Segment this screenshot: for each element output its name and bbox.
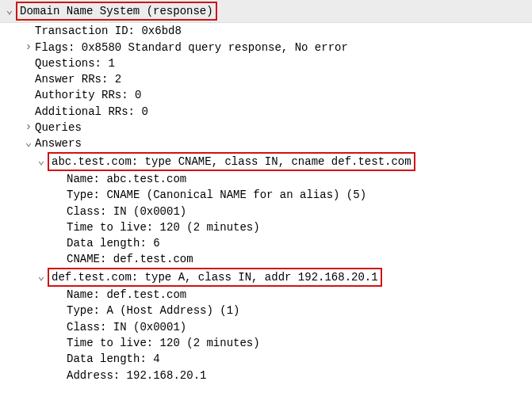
section-answers[interactable]: Answers [3,135,529,151]
packet-tree: Transaction ID: 0x6bd8 Flags: 0x8580 Sta… [0,23,532,383]
text-answer1-summary: abc.test.com: type CNAME, class IN, cnam… [48,152,415,171]
chevron-down-icon[interactable] [35,154,48,170]
text-answer1-class: Class: IN (0x0001) [67,204,186,219]
answer-1-type[interactable]: Type: CNAME (Canonical NAME for an alias… [3,187,529,203]
text-answer2-ttl: Time to live: 120 (2 minutes) [67,335,260,351]
chevron-down-icon[interactable] [35,269,48,285]
text-answer1-datalen: Data length: 6 [67,235,160,251]
text-authority-rrs: Authority RRs: 0 [35,87,141,103]
text-answer1-type: Type: CNAME (Canonical NAME for an alias… [67,187,366,203]
field-additional-rrs[interactable]: Additional RRs: 0 [3,104,529,120]
answer-2-summary[interactable]: def.test.com: type A, class IN, addr 192… [3,268,529,287]
text-answer2-datalen: Data length: 4 [67,351,160,367]
text-answer2-summary: def.test.com: type A, class IN, addr 192… [48,268,382,287]
protocol-title: Domain Name System (response) [16,2,217,21]
text-answer1-name: Name: abc.test.com [67,171,186,187]
text-answer2-address: Address: 192.168.20.1 [67,368,206,383]
answer-1-datalen[interactable]: Data length: 6 [3,235,529,251]
text-answer1-cname: CNAME: def.test.com [67,251,193,267]
answer-1-cname[interactable]: CNAME: def.test.com [3,251,529,267]
answer-1-summary[interactable]: abc.test.com: type CNAME, class IN, cnam… [3,152,529,171]
answer-1-name[interactable]: Name: abc.test.com [3,171,529,187]
answer-2-class[interactable]: Class: IN (0x0001) [3,319,529,335]
text-questions: Questions: 1 [35,55,115,71]
dns-response-header[interactable]: Domain Name System (response) [3,2,529,21]
field-transaction-id[interactable]: Transaction ID: 0x6bd8 [3,23,529,39]
text-answer2-name: Name: def.test.com [67,287,186,303]
text-answer2-class: Class: IN (0x0001) [67,319,186,335]
chevron-right-icon[interactable] [22,40,35,55]
answer-2-ttl[interactable]: Time to live: 120 (2 minutes) [3,335,529,351]
answer-2-datalen[interactable]: Data length: 4 [3,351,529,367]
field-authority-rrs[interactable]: Authority RRs: 0 [3,87,529,103]
field-questions[interactable]: Questions: 1 [3,55,529,71]
chevron-down-icon[interactable] [22,135,35,151]
answer-1-class[interactable]: Class: IN (0x0001) [3,204,529,219]
text-answer1-ttl: Time to live: 120 (2 minutes) [67,219,260,235]
text-additional-rrs: Additional RRs: 0 [35,104,148,120]
text-answer-rrs: Answer RRs: 2 [35,71,121,87]
chevron-down-icon[interactable] [3,3,16,19]
field-answer-rrs[interactable]: Answer RRs: 2 [3,71,529,87]
text-answer2-type: Type: A (Host Address) (1) [67,303,239,318]
section-queries[interactable]: Queries [3,120,529,135]
answer-2-type[interactable]: Type: A (Host Address) (1) [3,303,529,318]
chevron-right-icon[interactable] [22,120,35,135]
text-answers: Answers [35,135,82,151]
text-queries: Queries [35,120,82,135]
text-transaction-id: Transaction ID: 0x6bd8 [35,23,182,39]
answer-1-ttl[interactable]: Time to live: 120 (2 minutes) [3,219,529,235]
answer-2-name[interactable]: Name: def.test.com [3,287,529,303]
field-flags[interactable]: Flags: 0x8580 Standard query response, N… [3,40,529,55]
answer-2-address[interactable]: Address: 192.168.20.1 [3,368,529,383]
text-flags: Flags: 0x8580 Standard query response, N… [35,40,348,55]
